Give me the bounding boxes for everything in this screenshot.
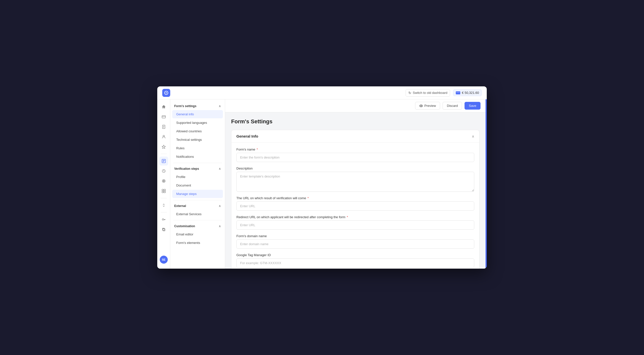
sidebar-grid-icon[interactable] [159, 186, 168, 196]
field-label-domain: Form's domain name [236, 234, 474, 238]
domain-input[interactable] [236, 240, 474, 249]
nav-item-general-info[interactable]: General info [172, 110, 223, 118]
content-toolbar: Preview Discard Save [225, 99, 486, 112]
switch-old-label: Switch to old dashboard [413, 91, 448, 94]
description-textarea[interactable] [236, 172, 474, 192]
sidebar-star-icon[interactable] [159, 142, 168, 151]
customisation-section: Customisation ∧ [170, 222, 225, 230]
sidebar-target-icon[interactable] [159, 176, 168, 186]
field-label-url-verification: The URL on which result of verification … [236, 196, 474, 200]
nav-item-allowed-countries[interactable]: Allowed countries [172, 127, 223, 135]
top-bar-left [162, 89, 170, 97]
user-avatar[interactable]: SE [160, 256, 168, 264]
nav-label-email-editor: Email editor [176, 232, 194, 236]
forms-settings-toggle[interactable]: ∧ [219, 104, 221, 108]
form-group-description: Description [236, 166, 474, 192]
switch-old-dashboard-button[interactable]: ↻ Switch to old dashboard [406, 89, 450, 96]
sidebar-divider-3 [161, 212, 167, 212]
svg-point-18 [164, 181, 164, 181]
nav-item-rules[interactable]: Rules [172, 144, 223, 152]
nav-label-document: Document [176, 184, 191, 187]
nav-label-supported-languages: Supported languages [176, 121, 207, 124]
card-section-toggle[interactable]: ∧ [472, 134, 474, 138]
nav-item-email-editor[interactable]: Email editor [172, 230, 223, 238]
card-section-title: General Info [236, 134, 258, 138]
card-body: Form's name * Description [232, 142, 479, 268]
sidebar-home-icon[interactable] [159, 102, 168, 111]
verification-steps-toggle[interactable]: ∧ [219, 167, 221, 170]
top-bar: ↻ Switch to old dashboard € 50,321.60 [157, 86, 487, 99]
nav-label-forms-elements: Form's elements [176, 241, 200, 245]
svg-point-23 [162, 219, 164, 220]
save-button[interactable]: Save [464, 102, 480, 110]
form-group-redirect-url: Redirect URL on which applicant will be … [236, 215, 474, 230]
discard-label: Discard [447, 104, 458, 108]
nav-item-notifications[interactable]: Notifications [172, 152, 223, 161]
content-inner: Form's Settings General Info ∧ Form's na… [225, 112, 486, 268]
preview-button[interactable]: Preview [415, 102, 440, 110]
label-text-redirect-url: Redirect URL on which applicant will be … [236, 215, 346, 219]
redirect-url-input[interactable] [236, 220, 474, 230]
balance-badge: € 50,321.60 [453, 89, 482, 96]
card-balance-icon [456, 91, 460, 94]
label-text-url-verification: The URL on which result of verification … [236, 196, 306, 200]
svg-rect-20 [164, 189, 166, 191]
nav-label-general-info: General info [176, 112, 194, 116]
label-text-domain: Form's domain name [236, 234, 267, 238]
icon-sidebar: SE [157, 99, 170, 268]
settings-card: General Info ∧ Form's name * [231, 130, 480, 268]
customisation-toggle[interactable]: ∧ [219, 224, 221, 228]
form-group-name: Form's name * [236, 148, 474, 162]
sidebar-doc-icon[interactable] [159, 122, 168, 131]
svg-point-30 [420, 105, 422, 106]
sidebar-forms-icon[interactable] [159, 156, 168, 166]
nav-label-manage-steps: Manage steps [176, 192, 197, 196]
label-text-gtm: Google Tag Manager ID [236, 253, 271, 257]
nav-divider-1 [173, 163, 222, 163]
svg-rect-3 [162, 116, 166, 118]
svg-rect-19 [162, 189, 164, 191]
field-label-name: Form's name * [236, 148, 474, 151]
sidebar-card-icon[interactable] [159, 112, 168, 121]
nav-item-forms-elements[interactable]: Form's elements [172, 239, 223, 247]
nav-item-external-services[interactable]: External Services [172, 210, 223, 218]
verification-steps-label: Verification steps [174, 167, 199, 170]
card-section-header: General Info ∧ [232, 130, 479, 142]
url-verification-input[interactable] [236, 202, 474, 211]
discard-button[interactable]: Discard [442, 102, 462, 110]
sidebar-user-icon[interactable] [159, 132, 168, 141]
gtm-input[interactable] [236, 258, 474, 268]
nav-item-document[interactable]: Document [172, 181, 223, 190]
svg-marker-10 [162, 145, 166, 148]
sidebar-clock-icon[interactable] [159, 166, 168, 176]
label-text-description: Description [236, 166, 252, 170]
form-group-gtm: Google Tag Manager ID [236, 253, 474, 268]
nav-item-manage-steps[interactable]: Manage steps [172, 190, 223, 198]
save-label: Save [469, 104, 476, 108]
nav-label-allowed-countries: Allowed countries [176, 129, 202, 133]
nav-label-external-services: External Services [176, 212, 202, 216]
page-title: Form's Settings [231, 118, 480, 125]
balance-amount: € 50,321.60 [462, 91, 479, 94]
sidebar-key-icon[interactable] [159, 215, 168, 224]
svg-rect-2 [456, 92, 460, 93]
label-text-name: Form's name [236, 148, 255, 151]
form-name-input[interactable] [236, 153, 474, 162]
content-area: Preview Discard Save Form's Settings Gen… [225, 99, 486, 268]
sidebar-copy-icon[interactable] [159, 225, 168, 234]
nav-divider-3 [173, 220, 222, 220]
nav-item-profile[interactable]: Profile [172, 173, 223, 181]
forms-settings-label: Form's settings [174, 104, 196, 108]
external-section: External ∧ [170, 202, 225, 210]
field-label-redirect-url: Redirect URL on which applicant will be … [236, 215, 474, 219]
form-group-url-verification: The URL on which result of verification … [236, 196, 474, 211]
blue-accent-bar [486, 99, 487, 268]
refresh-icon: ↻ [408, 91, 411, 95]
nav-item-technical-settings[interactable]: Technical settings [172, 136, 223, 144]
external-toggle[interactable]: ∧ [219, 204, 221, 208]
sidebar-expand-icon[interactable] [159, 201, 168, 210]
nav-label-profile: Profile [176, 175, 186, 179]
svg-rect-21 [162, 191, 164, 193]
nav-label-rules: Rules [176, 146, 184, 150]
nav-item-supported-languages[interactable]: Supported languages [172, 118, 223, 127]
